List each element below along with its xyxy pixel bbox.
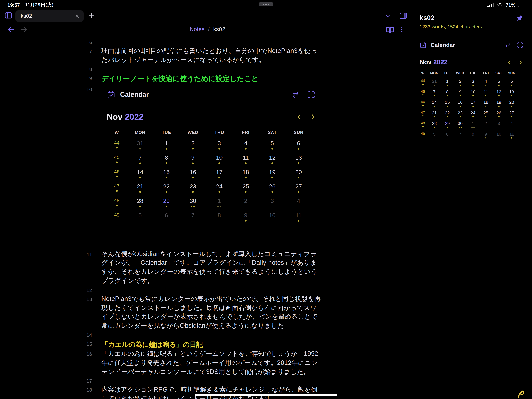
calendar-reveal-icon[interactable]	[505, 42, 511, 48]
calendar-day[interactable]: 1	[153, 140, 180, 150]
breadcrumb-note[interactable]: ks02	[213, 26, 225, 32]
reading-mode-icon[interactable]	[386, 26, 394, 34]
calendar-day[interactable]: 23	[180, 183, 206, 193]
calendar-day[interactable]: 11	[505, 131, 518, 139]
calendar-day[interactable]: 29	[153, 197, 180, 207]
calendar-day[interactable]: 24	[467, 110, 480, 118]
calendar-day[interactable]: 14	[127, 168, 153, 178]
pin-icon[interactable]	[517, 15, 523, 21]
calendar-day[interactable]: 7	[454, 131, 467, 139]
paragraph[interactable]: 理由は前回の1回目の配信にも書いたとおり、自分の中でNotePlan3を使ったバ…	[101, 46, 323, 64]
section-heading-yellow[interactable]: 「カエルの為に鐘は鳴る」の日記	[101, 339, 323, 349]
calendar-day[interactable]: 8	[467, 131, 480, 139]
paragraph[interactable]: NotePlan3でも常にカレンダーの表示が出ていたので、それと同じ状態を再現し…	[101, 295, 323, 330]
calendar-day[interactable]: 9	[180, 154, 206, 164]
right-sidebar-toggle-icon[interactable]	[399, 11, 407, 20]
calendar-reveal-icon[interactable]	[292, 90, 300, 99]
calendar-day[interactable]: 4	[233, 140, 259, 150]
left-sidebar-toggle-icon[interactable]	[4, 11, 13, 20]
calendar-week-number[interactable]: 45	[107, 154, 127, 163]
calendar-day[interactable]: 16	[454, 100, 467, 107]
calendar-day[interactable]: 31	[428, 79, 441, 86]
calendar-day[interactable]: 25	[480, 110, 492, 118]
calendar-day[interactable]: 19	[259, 168, 285, 178]
calendar-day[interactable]: 12	[492, 89, 505, 97]
calendar-day[interactable]: 10	[206, 154, 233, 164]
calendar-day[interactable]: 14	[428, 100, 441, 107]
calendar-week-number[interactable]: 49	[418, 131, 428, 138]
calendar-day[interactable]: 15	[153, 168, 180, 178]
calendar-day[interactable]: 20	[505, 100, 518, 107]
calendar-prev-month-icon[interactable]	[507, 59, 512, 65]
calendar-day[interactable]: 3	[492, 121, 505, 128]
calendar-day[interactable]: 4	[505, 121, 518, 128]
calendar-day[interactable]: 11	[480, 89, 492, 97]
editor[interactable]: 67理由は前回の1回目の配信にも書いたとおり、自分の中でNotePlan3を使っ…	[0, 38, 415, 399]
calendar-day[interactable]: 1	[467, 121, 480, 128]
calendar-day[interactable]: 29	[441, 121, 454, 128]
paragraph[interactable]: そんな僕がObsidianをインストールして、まず導入したコミュニティプラグイン…	[101, 250, 323, 285]
calendar-day[interactable]: 1	[206, 197, 233, 207]
calendar-day[interactable]: 30	[454, 121, 467, 128]
calendar-next-month-icon[interactable]	[310, 113, 317, 120]
calendar-day[interactable]: 2	[180, 140, 206, 150]
calendar-day[interactable]: 10	[492, 131, 505, 139]
calendar-day[interactable]: 22	[153, 183, 180, 193]
calendar-day[interactable]: 6	[505, 79, 518, 86]
calendar-day[interactable]: 19	[492, 100, 505, 107]
calendar-week-number[interactable]: 48	[107, 197, 127, 206]
calendar-expand-icon[interactable]	[307, 90, 315, 99]
calendar-day[interactable]: 4	[285, 197, 312, 207]
calendar-day[interactable]: 20	[285, 168, 312, 178]
calendar-day[interactable]: 18	[480, 100, 492, 107]
calendar-day[interactable]: 3	[467, 79, 480, 86]
calendar-day[interactable]: 16	[180, 168, 206, 178]
calendar-week-number[interactable]: 47	[107, 183, 127, 192]
calendar-day[interactable]: 17	[467, 100, 480, 107]
calendar-day[interactable]: 11	[285, 212, 312, 222]
breadcrumb-folder[interactable]: Notes	[190, 26, 204, 32]
calendar-day[interactable]: 9	[454, 89, 467, 97]
navigate-forward-icon[interactable]	[19, 26, 28, 34]
calendar-day[interactable]: 30	[180, 197, 206, 207]
calendar-day[interactable]: 2	[454, 79, 467, 86]
calendar-day[interactable]: 8	[441, 89, 454, 97]
calendar-day[interactable]: 5	[492, 79, 505, 86]
calendar-day[interactable]: 2	[233, 197, 259, 207]
calendar-week-number[interactable]: 48	[418, 121, 428, 127]
calendar-week-number[interactable]: 49	[107, 212, 127, 221]
calendar-day[interactable]: 2	[480, 121, 492, 128]
tab-ks02[interactable]: ks02	[15, 10, 84, 22]
calendar-day[interactable]: 6	[285, 140, 312, 150]
new-tab-icon[interactable]	[88, 12, 95, 19]
calendar-day[interactable]: 9	[480, 131, 492, 139]
calendar-prev-month-icon[interactable]	[296, 113, 303, 120]
calendar-day[interactable]: 6	[153, 212, 180, 222]
calendar-day[interactable]: 24	[206, 183, 233, 193]
calendar-day[interactable]: 5	[259, 140, 285, 150]
calendar-day[interactable]: 15	[441, 100, 454, 107]
calendar-day[interactable]: 7	[180, 212, 206, 222]
calendar-day[interactable]: 8	[153, 154, 180, 164]
calendar-day[interactable]: 27	[285, 183, 312, 193]
home-indicator[interactable]	[195, 394, 337, 396]
section-heading-green[interactable]: デイリーノートを快適に使うために設定したこと	[101, 73, 323, 84]
calendar-week-number[interactable]: 44	[107, 140, 127, 149]
calendar-day[interactable]: 5	[127, 212, 153, 222]
calendar-day[interactable]: 1	[441, 79, 454, 86]
calendar-day[interactable]: 23	[454, 110, 467, 118]
tab-list-chevron-down-icon[interactable]	[384, 12, 392, 19]
calendar-day[interactable]: 26	[259, 183, 285, 193]
calendar-day[interactable]: 28	[428, 121, 441, 128]
more-options-icon[interactable]	[398, 26, 405, 33]
calendar-day[interactable]: 25	[233, 183, 259, 193]
calendar-day[interactable]: 8	[206, 212, 233, 222]
calendar-week-number[interactable]: 47	[418, 110, 428, 117]
calendar-week-number[interactable]: 46	[418, 100, 428, 106]
calendar-week-number[interactable]: 44	[418, 79, 428, 85]
calendar-day[interactable]: 26	[492, 110, 505, 118]
calendar-next-month-icon[interactable]	[518, 59, 523, 65]
calendar-day[interactable]: 10	[467, 89, 480, 97]
calendar-day[interactable]: 27	[505, 110, 518, 118]
calendar-expand-icon[interactable]	[517, 42, 523, 48]
